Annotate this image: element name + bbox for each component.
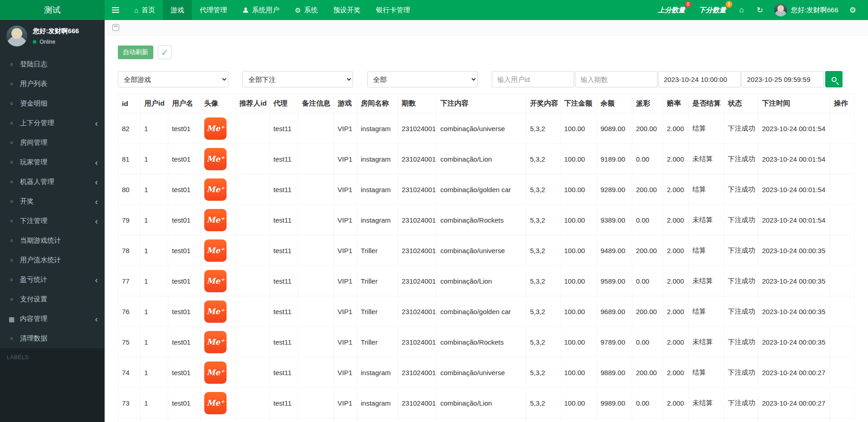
filter-select-1[interactable]: 全部下注 bbox=[242, 71, 353, 87]
nav-item-5[interactable]: 预设开奖 bbox=[326, 0, 368, 20]
sidebar-toggle-icon[interactable] bbox=[105, 0, 126, 20]
user-menu[interactable]: 您好:发财啊666 bbox=[770, 4, 843, 16]
cell-game: VIP1 bbox=[334, 296, 357, 327]
search-button[interactable] bbox=[825, 71, 843, 87]
cell-time: 2023-10-24 00:01:54 bbox=[758, 113, 830, 144]
home-icon: ⌂ bbox=[134, 7, 138, 14]
up-score-badge: 0 bbox=[685, 1, 691, 8]
sidebar-item-14[interactable]: ○清理数据 bbox=[0, 329, 105, 348]
nav-item-label: 游戏 bbox=[171, 6, 184, 15]
sidebar-item-13[interactable]: ▦内容管理‹ bbox=[0, 309, 105, 329]
brand-logo[interactable]: 测试 bbox=[0, 0, 105, 20]
cell-bet: combinação/golden car bbox=[437, 174, 526, 205]
column-header-13: 余额 bbox=[597, 94, 632, 113]
sidebar-item-9[interactable]: ○当期游戏统计 bbox=[0, 231, 105, 250]
column-header-17: 状态 bbox=[724, 94, 758, 113]
cell-action bbox=[830, 144, 855, 174]
cell-amount: 100.00 bbox=[560, 235, 597, 266]
sidebar-item-1[interactable]: ○用户列表 bbox=[0, 74, 105, 94]
search-icon bbox=[832, 77, 837, 82]
main-wrapper: 您好:发财啊666 Online ○登陆日志○用户列表○资金明细○上下分管理‹○… bbox=[0, 20, 868, 422]
filter-input-1[interactable] bbox=[575, 71, 657, 87]
cell-note bbox=[298, 235, 334, 266]
date-input-1[interactable] bbox=[742, 71, 824, 87]
circle-icon: ○ bbox=[8, 277, 15, 282]
date-input-0[interactable] bbox=[658, 71, 741, 87]
filter-select-0[interactable]: 全部游戏 bbox=[118, 71, 228, 87]
cell-room: instagram bbox=[357, 418, 398, 422]
cell-period: 231024001 bbox=[398, 388, 437, 418]
sidebar: 您好:发财啊666 Online ○登陆日志○用户列表○资金明细○上下分管理‹○… bbox=[0, 20, 105, 422]
nav-item-0[interactable]: ⌂首页 bbox=[126, 0, 163, 20]
filter-input-0[interactable] bbox=[492, 71, 574, 87]
sidebar-item-12[interactable]: ○支付设置 bbox=[0, 290, 105, 309]
nav-item-4[interactable]: ⚙系统 bbox=[287, 0, 325, 20]
cell-settled: 结算 bbox=[689, 113, 724, 144]
cell-balance: 9989.00 bbox=[597, 388, 632, 418]
cell-period: 231024001 bbox=[398, 357, 437, 388]
cell-time: 2023-10-24 00:00:35 bbox=[758, 327, 830, 357]
cell-amount: 100.00 bbox=[560, 144, 597, 174]
table-row: 791test01Me⁺test11VIP1instagram231024001… bbox=[118, 205, 855, 235]
cell-game: VIP1 bbox=[334, 144, 357, 174]
cell-agent: test11 bbox=[270, 327, 298, 357]
column-header-2: 用户名 bbox=[168, 94, 201, 113]
cell-result: 5,3,2 bbox=[526, 235, 560, 266]
cell-id: 73 bbox=[118, 388, 141, 418]
sidebar-item-7[interactable]: ○开奖‹ bbox=[0, 192, 105, 211]
cell-result: 5,3,2 bbox=[526, 327, 560, 357]
sidebar-item-10[interactable]: ○用户流水统计 bbox=[0, 250, 105, 270]
cell-note bbox=[298, 174, 334, 205]
cell-balance: 9289.00 bbox=[597, 174, 632, 205]
cell-user_id: 1 bbox=[141, 327, 168, 357]
sidebar-item-5[interactable]: ○玩家管理‹ bbox=[0, 153, 105, 172]
cell-avatar: Me⁺ bbox=[201, 205, 236, 235]
home-icon[interactable]: ⌂ bbox=[733, 5, 750, 15]
greeting-text: 您好:发财啊666 bbox=[791, 6, 838, 15]
tab-icon[interactable] bbox=[112, 24, 119, 31]
sidebar-item-6[interactable]: ○机器人管理‹ bbox=[0, 172, 105, 192]
cell-agent: test11 bbox=[270, 388, 298, 418]
column-header-18: 下注时间 bbox=[758, 94, 830, 113]
sidebar-item-8[interactable]: ○下注管理‹ bbox=[0, 211, 105, 231]
column-header-3: 头像 bbox=[201, 94, 236, 113]
sidebar-item-2[interactable]: ○资金明细 bbox=[0, 94, 105, 113]
gears-icon[interactable]: ⚙ bbox=[843, 5, 863, 15]
sidebar-item-4[interactable]: ○房间管理 bbox=[0, 133, 105, 153]
up-score-button[interactable]: 上分数量 0 bbox=[651, 6, 692, 15]
auto-refresh-button[interactable]: 自动刷新 bbox=[118, 46, 153, 59]
down-score-button[interactable]: 下分数量 8 bbox=[692, 6, 733, 15]
cell-note bbox=[298, 418, 334, 422]
auto-refresh-checkbox[interactable]: ✓ bbox=[158, 46, 172, 59]
table-row: 761test01Me⁺test11VIP1Triller231024001co… bbox=[118, 296, 855, 327]
cell-username: test01 bbox=[168, 235, 201, 266]
nav-item-label: 预设开奖 bbox=[333, 6, 361, 15]
filter-select-2[interactable]: 全部 bbox=[367, 71, 478, 87]
sidebar-item-3[interactable]: ○上下分管理‹ bbox=[0, 113, 105, 133]
cell-id: 79 bbox=[118, 205, 141, 235]
sidebar-item-0[interactable]: ○登陆日志 bbox=[0, 55, 105, 74]
cell-referrer bbox=[236, 113, 270, 144]
column-header-6: 备注信息 bbox=[298, 94, 334, 113]
nav-item-3[interactable]: 系统用户 bbox=[235, 0, 287, 20]
column-header-1: 用户id bbox=[141, 94, 168, 113]
circle-icon: ○ bbox=[8, 199, 15, 204]
cell-action bbox=[830, 174, 855, 205]
table-row: 741test01Me⁺test11VIP1instagram231024001… bbox=[118, 357, 855, 388]
nav-item-2[interactable]: 代理管理 bbox=[192, 0, 235, 20]
cell-room: instagram bbox=[357, 388, 398, 418]
sidebar-item-label: 机器人管理 bbox=[20, 178, 54, 186]
cell-result: 5,3,2 bbox=[526, 174, 560, 205]
refresh-icon[interactable]: ↻ bbox=[750, 5, 769, 15]
nav-item-1[interactable]: 游戏 bbox=[163, 0, 192, 20]
cell-room: Triller bbox=[357, 327, 398, 357]
nav-item-6[interactable]: 银行卡管理 bbox=[368, 0, 418, 20]
cell-period: 231024001 bbox=[398, 174, 437, 205]
sidebar-item-11[interactable]: ○盈亏统计‹ bbox=[0, 270, 105, 290]
table-row: 731test01Me⁺test11VIP1instagram231024001… bbox=[118, 388, 855, 418]
cell-status: 下注成功 bbox=[724, 418, 758, 422]
sidebar-item-label: 上下分管理 bbox=[20, 119, 54, 127]
circle-icon: ○ bbox=[8, 140, 15, 145]
cell-bet: combinação/universe bbox=[437, 113, 526, 144]
online-status-text: Online bbox=[40, 39, 56, 45]
